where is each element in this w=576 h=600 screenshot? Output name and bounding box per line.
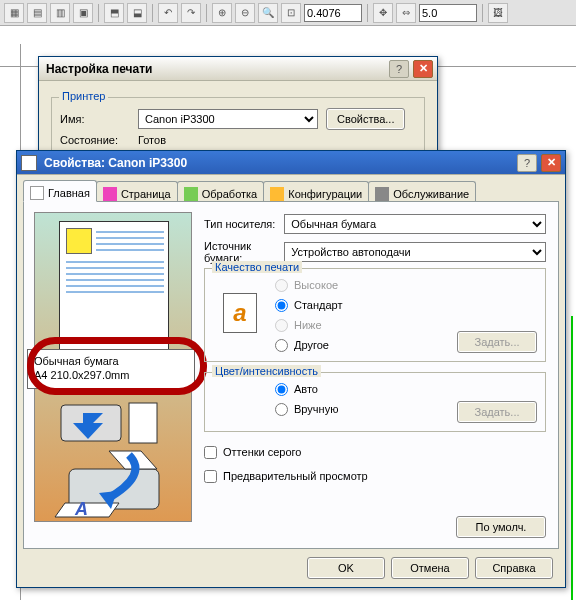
help-icon[interactable]: ? xyxy=(517,154,537,172)
printer-select[interactable]: Canon iP3300 xyxy=(138,109,318,129)
printer-illustration: A xyxy=(49,449,179,519)
media-select[interactable]: Обычная бумага xyxy=(284,214,546,234)
pan-icon[interactable]: ✥ xyxy=(373,3,393,23)
media-label: Тип носителя: xyxy=(204,218,276,230)
feeder-illustration xyxy=(49,399,179,447)
cancel-button[interactable]: Отмена xyxy=(391,557,469,579)
name-label: Имя: xyxy=(60,113,130,125)
tab-strip: Главная Страница Обработка Конфигурации … xyxy=(23,180,559,202)
tb-icon-5[interactable]: ⬒ xyxy=(104,3,124,23)
app-toolbar: ▦ ▤ ▥ ▣ ⬒ ⬓ ↶ ↷ ⊕ ⊖ 🔍 ⊡ ✥ ⇔ 🖼 xyxy=(0,0,576,26)
snap-input[interactable] xyxy=(419,4,477,22)
zoom-in-icon[interactable]: ⊕ xyxy=(212,3,232,23)
color-auto[interactable]: Авто xyxy=(275,379,338,399)
quality-high: Высокое xyxy=(275,275,343,295)
config-icon xyxy=(270,187,284,201)
measure-icon[interactable]: ⇔ xyxy=(396,3,416,23)
zoom-out-icon[interactable]: ⊖ xyxy=(235,3,255,23)
redo-icon[interactable]: ↷ xyxy=(181,3,201,23)
quality-low: Ниже xyxy=(275,315,343,335)
tb-icon-4[interactable]: ▣ xyxy=(73,3,93,23)
preview-page xyxy=(59,221,169,351)
image-icon[interactable]: 🖼 xyxy=(488,3,508,23)
zoom-input[interactable] xyxy=(304,4,362,22)
dialog-buttons: OK Отмена Справка xyxy=(307,557,553,579)
preview-info: Обычная бумага A4 210.0x297.0mm xyxy=(27,349,195,389)
tb-icon-2[interactable]: ▤ xyxy=(27,3,47,23)
color-manual[interactable]: Вручную xyxy=(275,399,338,419)
guide-line xyxy=(571,316,573,600)
source-select[interactable]: Устройство автоподачи xyxy=(284,242,546,262)
help-button[interactable]: Справка xyxy=(475,557,553,579)
svg-text:A: A xyxy=(74,499,88,519)
ok-button[interactable]: OK xyxy=(307,557,385,579)
grayscale-checkbox[interactable]: Оттенки серого xyxy=(204,442,301,462)
status-value: Готов xyxy=(138,134,166,146)
tb-icon-6[interactable]: ⬓ xyxy=(127,3,147,23)
properties-titlebar[interactable]: Свойства: Canon iP3300 ? ✕ xyxy=(17,151,565,175)
quality-standard[interactable]: Стандарт xyxy=(275,295,343,315)
quality-sample-icon: a xyxy=(223,293,257,333)
tab-main[interactable]: Главная xyxy=(23,180,97,202)
properties-button[interactable]: Свойства... xyxy=(326,108,405,130)
zoom-fit-icon[interactable]: ⊡ xyxy=(281,3,301,23)
tab-effects[interactable]: Обработка xyxy=(177,181,264,203)
color-group-label: Цвет/интенсивность xyxy=(212,365,321,377)
properties-dialog: Свойства: Canon iP3300 ? ✕ Главная Стран… xyxy=(16,150,566,588)
tab-maintenance[interactable]: Обслуживание xyxy=(368,181,476,203)
tab-panel-main: Обычная бумага A4 210.0x297.0mm A xyxy=(23,201,559,549)
zoom-icon[interactable]: 🔍 xyxy=(258,3,278,23)
svg-rect-11 xyxy=(129,403,157,443)
properties-title: Свойства: Canon iP3300 xyxy=(41,156,513,170)
defaults-button[interactable]: По умолч. xyxy=(456,516,546,538)
quality-group: Качество печати a Высокое Стандарт Ниже … xyxy=(204,268,546,362)
quality-set-button: Задать... xyxy=(457,331,537,353)
print-setup-title: Настройка печати xyxy=(43,62,385,76)
color-set-button: Задать... xyxy=(457,401,537,423)
preview-media: Обычная бумага xyxy=(34,354,188,368)
preview-checkbox[interactable]: Предварительный просмотр xyxy=(204,466,368,486)
tab-page[interactable]: Страница xyxy=(96,181,178,203)
tab-config[interactable]: Конфигурации xyxy=(263,181,369,203)
quality-other[interactable]: Другое xyxy=(275,335,343,355)
color-group: Цвет/интенсивность Авто Вручную Задать..… xyxy=(204,372,546,432)
printer-group-label: Принтер xyxy=(59,90,108,102)
status-label: Состояние: xyxy=(60,134,130,146)
undo-icon[interactable]: ↶ xyxy=(158,3,178,23)
tb-icon-3[interactable]: ▥ xyxy=(50,3,70,23)
close-icon[interactable]: ✕ xyxy=(413,60,433,78)
help-icon[interactable]: ? xyxy=(389,60,409,78)
page-icon xyxy=(30,186,44,200)
quality-group-label: Качество печати xyxy=(212,261,302,273)
layout-icon xyxy=(103,187,117,201)
print-setup-titlebar[interactable]: Настройка печати ? ✕ xyxy=(39,57,437,81)
tb-icon-1[interactable]: ▦ xyxy=(4,3,24,23)
close-icon[interactable]: ✕ xyxy=(541,154,561,172)
preview-pane: Обычная бумага A4 210.0x297.0mm A xyxy=(34,212,192,522)
tools-icon xyxy=(375,187,389,201)
effects-icon xyxy=(184,187,198,201)
printer-icon xyxy=(21,155,37,171)
preview-size: A4 210.0x297.0mm xyxy=(34,368,188,382)
